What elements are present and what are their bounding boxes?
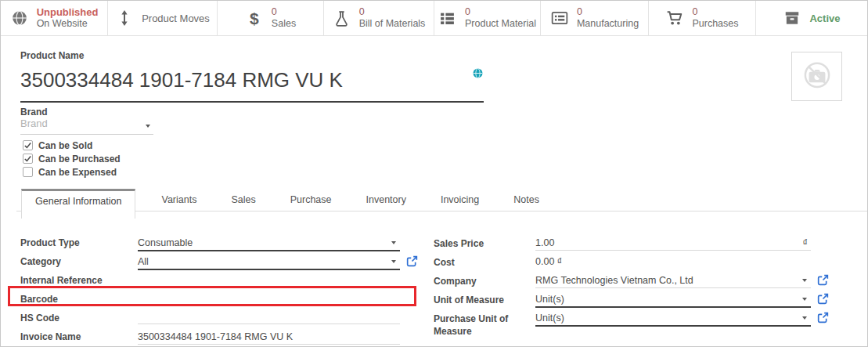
unit-of-measure-row: Unit of Measure Unit(s) (434, 292, 811, 309)
capability-checkboxes: Can be Sold Can be Purchased Can be Expe… (23, 139, 121, 179)
product-name-input[interactable]: 3500334484 1901-7184 RMG VU K (20, 66, 484, 103)
product-image-placeholder[interactable] (791, 52, 842, 101)
chevron-down-icon[interactable] (802, 279, 807, 282)
category-select[interactable]: All (138, 255, 400, 270)
tab-variants[interactable]: Variants (149, 189, 208, 210)
hs-code-row: HS Code (20, 311, 400, 327)
tab-purchase[interactable]: Purchase (279, 189, 344, 210)
hs-code-input[interactable] (138, 311, 400, 324)
barcode-row: Barcode (20, 292, 400, 309)
external-link-icon[interactable] (817, 312, 829, 324)
company-select[interactable]: RMG Technologies Vietnam Co., Ltd (535, 273, 811, 288)
barcode-input[interactable] (138, 292, 400, 305)
brand-label: Brand (20, 107, 48, 117)
can-be-expensed-checkbox[interactable]: Can be Expensed (23, 165, 121, 179)
purchase-unit-of-measure-select[interactable]: Unit(s) (535, 311, 811, 327)
sales-label: Sales (272, 18, 296, 30)
purchase-unit-of-measure-row: Purchase Unit of Measure Unit(s) (434, 311, 811, 338)
chevron-down-icon[interactable] (802, 298, 807, 301)
chevron-down-icon[interactable] (391, 260, 396, 263)
bom-label: Bill of Materials (359, 18, 426, 30)
website-globe-icon (473, 67, 483, 78)
dollar-icon: $ (245, 9, 264, 27)
currency-symbol: ₫ (803, 237, 808, 248)
manufacturing-smart-button[interactable]: 0 Manufacturing (541, 1, 649, 35)
purchases-count: 0 (692, 6, 738, 18)
external-link-icon[interactable] (406, 255, 418, 267)
internal-reference-input[interactable] (138, 273, 400, 287)
unit-of-measure-select[interactable]: Unit(s) (535, 292, 811, 308)
checkbox-unchecked (23, 167, 33, 177)
brand-select[interactable]: Brand (20, 117, 153, 135)
check-icon (23, 154, 32, 163)
internal-reference-row: Internal Reference (20, 273, 400, 290)
form-sheet: Product Name 3500334484 1901-7184 RMG VU… (1, 36, 867, 346)
publish-status-text: Unpublished (37, 6, 99, 18)
cost-row: Cost 0.00 ₫ (434, 255, 811, 271)
chevron-down-icon (146, 125, 150, 128)
statusbar: Unpublished On Website Product Moves $ 0… (1, 1, 867, 36)
arrows-vertical-icon (115, 9, 134, 27)
product-name-label: Product Name (20, 50, 84, 61)
manufacturing-count: 0 (577, 6, 639, 18)
product-form-page: Unpublished On Website Product Moves $ 0… (0, 0, 868, 347)
manufacturing-label: Manufacturing (577, 18, 639, 30)
company-row: Company RMG Technologies Vietnam Co., Lt… (434, 273, 811, 290)
list-icon (438, 9, 457, 27)
list-alt-icon (550, 9, 569, 27)
sales-count: 0 (272, 6, 296, 18)
globe-icon (10, 9, 29, 27)
product-material-smart-button[interactable]: 0 Product Material (434, 1, 541, 35)
invoice-name-input[interactable]: 3500334484 1901-7184 RMG VU K (138, 330, 400, 345)
product-material-label: Product Material (465, 18, 536, 30)
chevron-down-icon[interactable] (391, 241, 396, 244)
product-type-row: Product Type Consumable (20, 236, 400, 252)
archive-box-icon (783, 9, 801, 27)
can-be-sold-checkbox[interactable]: Can be Sold (23, 139, 121, 152)
check-icon (23, 141, 32, 150)
flask-icon (333, 9, 351, 27)
sales-smart-button[interactable]: $ 0 Sales (218, 1, 324, 35)
category-row: Category All (20, 255, 400, 271)
fields-right-column: Sales Price 1.00 ₫ Cost 0.00 ₫ Company R… (434, 236, 811, 340)
product-moves-label: Product Moves (142, 13, 210, 24)
purchases-smart-button[interactable]: 0 Purchases (649, 1, 756, 35)
shopping-cart-icon (665, 9, 684, 27)
tab-invoicing[interactable]: Invoicing (429, 189, 491, 210)
product-material-count: 0 (465, 6, 536, 18)
cost-value: 0.00 ₫ (535, 255, 811, 269)
invoice-name-row: Invoice Name 3500334484 1901-7184 RMG VU… (20, 330, 400, 346)
sales-price-input[interactable]: 1.00 ₫ (535, 236, 811, 251)
fields-left-column: Product Type Consumable Category All Int… (20, 236, 400, 347)
website-publish-button[interactable]: Unpublished On Website (1, 1, 108, 35)
checkbox-checked (23, 140, 33, 150)
product-type-select[interactable]: Consumable (138, 236, 400, 251)
checkbox-checked (23, 154, 33, 164)
publish-status-subtext: On Website (37, 18, 99, 30)
external-link-icon[interactable] (817, 293, 829, 305)
bom-count: 0 (359, 6, 426, 18)
tab-sales[interactable]: Sales (219, 189, 267, 210)
bill-of-materials-smart-button[interactable]: 0 Bill of Materials (324, 1, 434, 35)
sales-price-row: Sales Price 1.00 ₫ (434, 236, 811, 252)
active-label: Active (809, 13, 840, 24)
external-link-icon[interactable] (817, 274, 829, 286)
camera-slash-icon (798, 57, 837, 96)
notebook-tabs: General Information Variants Sales Purch… (16, 189, 867, 211)
product-moves-button[interactable]: Product Moves (108, 1, 218, 35)
tab-general-information[interactable]: General Information (21, 189, 135, 219)
purchases-label: Purchases (692, 18, 738, 30)
tab-inventory[interactable]: Inventory (355, 189, 418, 210)
active-archive-button[interactable]: Active (756, 1, 867, 35)
brand-placeholder: Brand (20, 117, 48, 129)
can-be-purchased-checkbox[interactable]: Can be Purchased (23, 152, 121, 165)
tab-notes[interactable]: Notes (502, 189, 551, 210)
chevron-down-icon[interactable] (802, 316, 807, 320)
